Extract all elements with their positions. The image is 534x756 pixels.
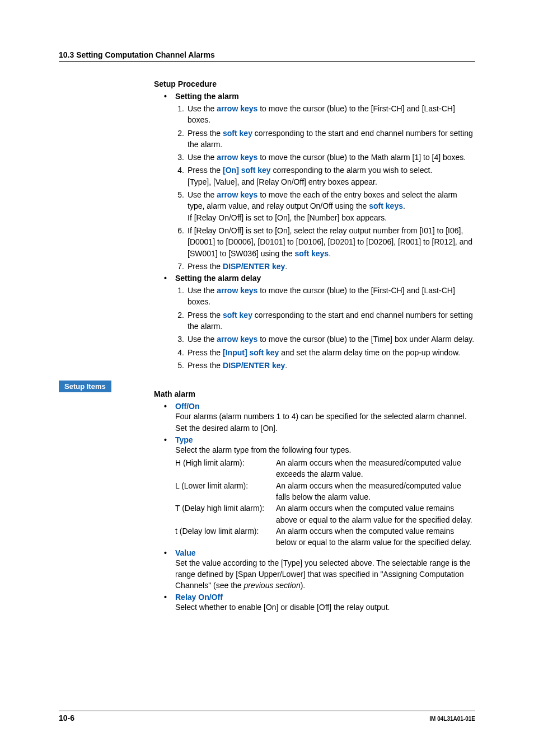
type-row-t-lower: t (Delay low limit alarm):An alarm occur… xyxy=(175,525,475,548)
section-header: 10.3 Setting Computation Channel Alarms xyxy=(59,50,475,62)
delay-step-3: 3.Use the arrow keys to move the cursor … xyxy=(175,334,475,345)
value-text: Set the value according to the [Type] yo… xyxy=(175,557,475,591)
delay-step-2: 2.Press the soft key corresponding to th… xyxy=(175,309,475,332)
value-heading: Value xyxy=(175,548,196,557)
offon-bullet: • Off/On xyxy=(164,402,475,411)
page-footer: 10-6 IM 04L31A01-01E xyxy=(59,711,475,722)
type-row-h: H (High limit alarm):An alarm occurs whe… xyxy=(175,457,475,480)
bullet-dot: • xyxy=(164,435,175,444)
delay-step-4: 4.Press the [Input] soft key and set the… xyxy=(175,347,475,358)
offon-heading: Off/On xyxy=(175,402,200,411)
alarm-step-7: 7.Press the DISP/ENTER key. xyxy=(175,261,475,272)
type-row-l: L (Lower limit alarm):An alarm occurs wh… xyxy=(175,480,475,503)
type-row-t-upper: T (Delay high limit alarm):An alarm occu… xyxy=(175,503,475,525)
bullet-dot: • xyxy=(164,274,175,283)
delay-step-5: 5.Press the DISP/ENTER key. xyxy=(175,360,475,371)
setup-items-badge: Setup Items xyxy=(59,381,111,392)
delay-steps-list: 1.Use the arrow keys to move the cursor … xyxy=(175,285,475,371)
setting-delay-heading: Setting the alarm delay xyxy=(175,274,261,283)
offon-text: Four alarms (alarm numbers 1 to 4) can b… xyxy=(175,411,475,434)
bullet-dot: • xyxy=(164,92,175,101)
alarm-step-1: 1.Use the arrow keys to move the cursor … xyxy=(175,103,475,126)
value-bullet: • Value xyxy=(164,548,475,557)
relay-heading: Relay On/Off xyxy=(175,593,223,602)
alarm-step-5: 5.Use the arrow keys to move the each of… xyxy=(175,189,475,223)
setting-alarm-heading: Setting the alarm xyxy=(175,92,239,101)
bullet-dot: • xyxy=(164,593,175,602)
type-heading: Type xyxy=(175,435,193,444)
alarm-step-6: 6.If [Relay On/Off] is set to [On], sele… xyxy=(175,225,475,259)
setup-procedure-heading: Setup Procedure xyxy=(154,79,475,88)
bullet-dot: • xyxy=(164,402,175,411)
type-intro: Select the alarm type from the following… xyxy=(175,444,475,456)
math-alarm-heading: Math alarm xyxy=(154,389,475,398)
alarm-step-4: 4.Press the [On] soft key corresponding … xyxy=(175,165,475,187)
document-id: IM 04L31A01-01E xyxy=(429,716,475,722)
setting-alarm-bullet: • Setting the alarm xyxy=(164,92,475,101)
relay-text: Select whether to enable [On] or disable… xyxy=(175,602,475,613)
alarm-step-2: 2.Press the soft key corresponding to th… xyxy=(175,128,475,151)
type-bullet: • Type xyxy=(164,435,475,444)
alarm-step-3: 3.Use the arrow keys to move the cursor … xyxy=(175,152,475,163)
setting-delay-bullet: • Setting the alarm delay xyxy=(164,274,475,283)
alarm-steps-list: 1.Use the arrow keys to move the cursor … xyxy=(175,103,475,272)
page-number: 10-6 xyxy=(59,713,74,722)
relay-bullet: • Relay On/Off xyxy=(164,593,475,602)
section-number-title: 10.3 Setting Computation Channel Alarms xyxy=(59,50,215,59)
delay-step-1: 1.Use the arrow keys to move the cursor … xyxy=(175,285,475,308)
bullet-dot: • xyxy=(164,548,175,557)
